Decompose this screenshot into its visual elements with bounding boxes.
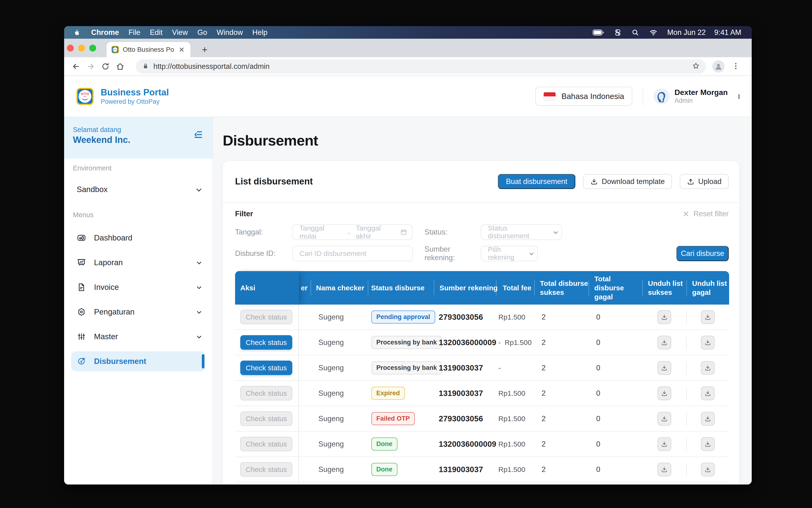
check-status-button[interactable]: Check status bbox=[240, 462, 292, 477]
date-range-input[interactable]: Tanggal mulai → Tanggal akhir bbox=[292, 224, 413, 240]
menu-go[interactable]: Go bbox=[197, 28, 207, 37]
rekening-value: 1319003037 bbox=[439, 389, 483, 398]
status-cell: Processing by bank bbox=[368, 330, 434, 355]
sidebar-item-invoice[interactable]: Invoice bbox=[71, 277, 205, 297]
wifi-icon[interactable] bbox=[649, 29, 658, 37]
download-sukses-button[interactable] bbox=[657, 412, 671, 426]
zoom-window-button[interactable] bbox=[89, 45, 96, 51]
download-sukses-button[interactable] bbox=[657, 336, 671, 349]
status-cell: Pending approval bbox=[368, 304, 434, 330]
sidebar-item-dashboard[interactable]: Dashboard bbox=[71, 228, 205, 248]
browser-profile-icon[interactable] bbox=[712, 60, 725, 73]
app-header: OTTOPAY Business Portal Powered by OttoP… bbox=[64, 76, 752, 117]
unduh-sukses-cell bbox=[642, 355, 686, 380]
status-cell: Expired bbox=[368, 381, 434, 406]
invoice-icon bbox=[77, 283, 86, 292]
disbursement-table: AksierNama checkerStatus disburseSumber … bbox=[235, 271, 729, 482]
sidebar-item-pengaturan[interactable]: Pengaturan bbox=[71, 302, 205, 322]
calendar-icon bbox=[400, 228, 407, 236]
welcome-label: Selamat datang bbox=[73, 125, 204, 134]
browser-menu-icon[interactable] bbox=[732, 62, 740, 71]
menu-help[interactable]: Help bbox=[252, 28, 267, 37]
address-bar[interactable]: http://ottobusinessportal.com/admin bbox=[136, 59, 706, 74]
home-button[interactable] bbox=[115, 61, 125, 72]
buat-disbursement-button[interactable]: Buat disbursement bbox=[498, 174, 575, 189]
unduh-sukses-cell bbox=[642, 406, 686, 431]
check-status-button[interactable]: Check status bbox=[240, 437, 292, 451]
sidebar-item-label: Pengaturan bbox=[94, 307, 197, 316]
download-gagal-button[interactable] bbox=[701, 361, 715, 375]
download-gagal-button[interactable] bbox=[701, 336, 715, 349]
minimize-window-button[interactable] bbox=[78, 45, 85, 51]
menu-bar-clock: Mon Jun 22 9:41 AM bbox=[667, 28, 741, 37]
user-info[interactable]: Dexter Morgan Admin bbox=[675, 88, 728, 105]
download-sukses-button[interactable] bbox=[657, 463, 671, 476]
menu-window[interactable]: Window bbox=[217, 28, 243, 37]
unduh-sukses-cell bbox=[642, 304, 686, 330]
upload-button[interactable]: Upload bbox=[680, 174, 729, 189]
window-controls bbox=[67, 39, 96, 57]
check-status-button[interactable]: Check status bbox=[240, 386, 292, 400]
bookmark-star-icon[interactable] bbox=[692, 62, 700, 71]
download-gagal-button[interactable] bbox=[701, 412, 715, 426]
aksi-cell: Check status bbox=[235, 304, 299, 330]
tab-strip: OTTO Otto Business Portal ✕ + bbox=[64, 39, 752, 57]
user-avatar[interactable] bbox=[654, 89, 669, 104]
download-sukses-button[interactable] bbox=[657, 310, 671, 324]
check-status-button[interactable]: Check status bbox=[240, 335, 292, 350]
menu-view[interactable]: View bbox=[172, 28, 188, 37]
browser-tab[interactable]: OTTO Otto Business Portal ✕ bbox=[106, 42, 190, 57]
cari-disburse-button[interactable]: Cari disburse bbox=[676, 246, 729, 261]
apple-logo-icon[interactable] bbox=[73, 28, 81, 37]
nama-checker-cell: Sugeng bbox=[310, 355, 368, 380]
environment-selector[interactable]: Sandbox bbox=[71, 182, 205, 197]
sumber-rekening-cell: 1320036000009 bbox=[434, 330, 496, 355]
rekening-value: 2793003056 bbox=[439, 414, 483, 423]
sidebar-collapse-icon[interactable] bbox=[193, 129, 204, 140]
close-window-button[interactable] bbox=[67, 45, 74, 51]
menu-file[interactable]: File bbox=[128, 28, 140, 37]
download-gagal-button[interactable] bbox=[701, 310, 715, 324]
download-gagal-button[interactable] bbox=[701, 386, 715, 400]
tanggal-akhir-placeholder: Tanggal akhir bbox=[356, 224, 396, 240]
new-tab-button[interactable]: + bbox=[200, 45, 209, 54]
table-row: Check statusSugengDone1319003037Rp1.5002… bbox=[235, 457, 729, 482]
check-status-button[interactable]: Check status bbox=[240, 411, 292, 426]
total-disburse-sukses-cell: 2 bbox=[534, 431, 589, 457]
download-sukses-button[interactable] bbox=[657, 361, 671, 375]
disburse-id-label: Disburse ID: bbox=[235, 249, 292, 258]
column-header: Nama checker bbox=[310, 271, 368, 304]
sidebar-item-laporan[interactable]: Laporan bbox=[71, 253, 205, 272]
forward-button[interactable] bbox=[85, 61, 96, 72]
language-selector-button[interactable]: Bahasa Indonesia bbox=[536, 87, 632, 106]
menu-chrome[interactable]: Chrome bbox=[91, 28, 119, 37]
back-button[interactable] bbox=[71, 61, 81, 72]
download-sukses-button[interactable] bbox=[657, 386, 671, 400]
check-status-button[interactable]: Check status bbox=[240, 361, 292, 375]
download-template-button[interactable]: Download template bbox=[583, 174, 672, 189]
unduh-sukses-cell bbox=[642, 381, 686, 406]
download-gagal-button[interactable] bbox=[701, 463, 715, 476]
spotlight-search-icon[interactable] bbox=[631, 29, 640, 37]
reload-button[interactable] bbox=[100, 61, 111, 72]
unduh-gagal-cell bbox=[686, 304, 729, 330]
tab-close-icon[interactable]: ✕ bbox=[178, 46, 186, 54]
sumber-rekening-label: Sumber rekening: bbox=[425, 245, 481, 262]
disburse-id-input[interactable]: Cari ID disbursement bbox=[292, 246, 413, 261]
control-center-icon[interactable] bbox=[613, 29, 622, 37]
card-divider bbox=[223, 203, 739, 203]
check-status-button[interactable]: Check status bbox=[240, 310, 292, 324]
download-gagal-button[interactable] bbox=[701, 437, 715, 451]
nama-checker-cell: Sugeng bbox=[310, 304, 368, 330]
download-sukses-button[interactable] bbox=[657, 437, 671, 451]
status-cell: Done bbox=[368, 457, 434, 482]
pengaturan-icon bbox=[77, 307, 86, 317]
main-panel: Disbursement List disbursement Buat disb… bbox=[213, 117, 752, 484]
status-select[interactable]: Status disbursement bbox=[481, 224, 562, 240]
reset-filter-button[interactable]: Reset filter bbox=[683, 210, 729, 218]
sumber-rekening-select[interactable]: Pilih rekening bbox=[481, 246, 538, 261]
user-menu-chevron-down-icon[interactable] bbox=[739, 94, 739, 98]
sidebar-item-master[interactable]: Master bbox=[71, 327, 205, 347]
sidebar-item-disbursement[interactable]: $Disbursement bbox=[71, 351, 205, 371]
menu-edit[interactable]: Edit bbox=[150, 28, 162, 37]
